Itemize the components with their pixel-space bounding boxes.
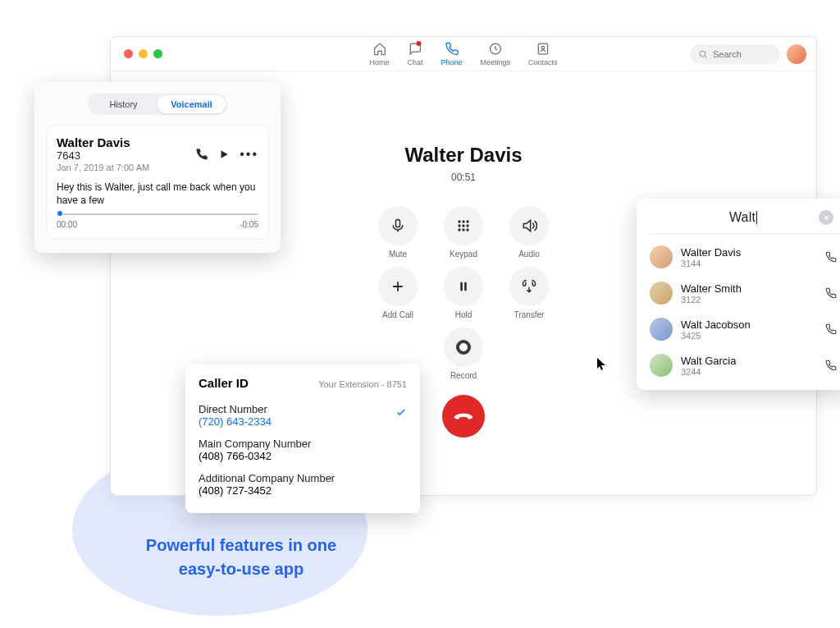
vm-more-button[interactable]: •••	[240, 147, 258, 162]
transfer-button[interactable]	[509, 267, 549, 306]
cid-number: (720) 643-2334	[199, 415, 272, 428]
contacts-icon	[536, 42, 550, 57]
caller-id-popover: Caller ID Your Extension - 8751 Direct N…	[185, 364, 420, 513]
text-cursor	[756, 211, 757, 224]
tab-home-label: Home	[369, 58, 389, 66]
minimize-window-button[interactable]	[139, 49, 148, 58]
contact-search-text: Walt	[729, 210, 756, 225]
cid-number: (408) 727-3452	[199, 484, 272, 497]
svg-point-6	[462, 220, 464, 222]
avatar	[650, 354, 673, 377]
add-call-button[interactable]	[378, 267, 418, 306]
vm-scrubber-thumb[interactable]	[57, 210, 63, 217]
svg-point-10	[466, 224, 468, 227]
cid-item-additional[interactable]: Additional Company Number (408) 727-3452	[199, 467, 407, 502]
record-label: Record	[450, 371, 477, 380]
marketing-line2: easy-to-use app	[179, 560, 304, 578]
contact-row[interactable]: Walt Jacobson 3425	[648, 311, 838, 347]
contact-row[interactable]: Walter Smith 3122	[648, 275, 838, 311]
contact-row[interactable]: Walter Davis 3144	[648, 239, 838, 275]
vm-extension: 7643	[57, 149, 149, 162]
mute-button[interactable]	[378, 206, 418, 245]
avatar	[650, 318, 673, 341]
cid-label: Direct Number	[199, 403, 407, 415]
contact-name: Walter Davis	[681, 246, 741, 259]
close-window-button[interactable]	[124, 49, 133, 58]
marketing-text: Powerful features in one easy-to-use app	[125, 534, 358, 581]
keypad-label: Keypad	[450, 250, 477, 259]
tab-meetings-label: Meetings	[481, 58, 511, 66]
contact-name: Walter Smith	[681, 282, 742, 295]
svg-point-3	[700, 51, 705, 57]
add-call-label: Add Call	[382, 310, 413, 319]
vm-transcript: Hey this is Walter, just call me back wh…	[57, 181, 258, 207]
svg-point-9	[462, 224, 464, 227]
contact-search-row[interactable]: Walt	[648, 210, 838, 234]
tab-contacts[interactable]: Contacts	[528, 42, 558, 66]
chat-badge	[416, 41, 421, 46]
hold-button[interactable]	[444, 267, 483, 306]
hangup-button[interactable]	[442, 395, 485, 438]
cid-item-main[interactable]: Main Company Number (408) 766-0342	[199, 433, 407, 467]
svg-point-8	[458, 224, 460, 227]
avatar	[650, 245, 673, 268]
marketing-line1: Powerful features in one	[146, 536, 336, 554]
contact-row[interactable]: Walt Garcia 3244	[648, 347, 838, 383]
call-controls: Mute Keypad Audio Add Call	[369, 206, 558, 319]
titlebar: Home Chat Phone Meetings	[111, 37, 816, 71]
svg-point-7	[466, 220, 468, 222]
clock-icon	[488, 42, 503, 57]
cid-item-direct[interactable]: Direct Number (720) 643-2334	[199, 398, 407, 433]
tab-phone-label: Phone	[441, 58, 462, 66]
traffic-lights	[124, 49, 162, 58]
call-contact-button[interactable]	[825, 323, 837, 335]
contact-name: Walt Garcia	[681, 355, 736, 367]
vm-time-remaining: -0:05	[240, 220, 258, 229]
seg-voicemail[interactable]: Voicemail	[158, 95, 226, 113]
tab-meetings[interactable]: Meetings	[481, 42, 511, 66]
cid-label: Main Company Number	[199, 438, 407, 450]
main-tabs: Home Chat Phone Meetings	[369, 42, 557, 66]
caller-name: Walter Davis	[404, 144, 522, 167]
voicemail-popover: History Voicemail Walter Davis 7643 Jan …	[34, 82, 281, 253]
svg-point-2	[541, 46, 545, 49]
audio-button[interactable]	[509, 206, 549, 245]
search-input[interactable]	[713, 49, 770, 59]
call-contact-button[interactable]	[825, 360, 837, 371]
svg-point-12	[462, 228, 464, 231]
home-icon	[372, 42, 386, 57]
zoom-window-button[interactable]	[153, 49, 162, 58]
cid-label: Additional Company Number	[199, 472, 407, 484]
tab-chat[interactable]: Chat	[407, 42, 422, 66]
vm-call-button[interactable]	[195, 148, 208, 161]
contact-lookup-popover: Walt Walter Davis 3144 Walter Smith 3122	[637, 199, 840, 390]
svg-rect-4	[396, 220, 400, 227]
keypad-button[interactable]	[444, 206, 483, 245]
vm-timeline[interactable]: 00:00 -0:05	[57, 213, 258, 229]
vm-date: Jan 7, 2019 at 7:00 AM	[57, 163, 149, 172]
hold-label: Hold	[455, 310, 472, 319]
clear-search-button[interactable]	[819, 210, 833, 225]
contact-ext: 3144	[681, 259, 741, 268]
profile-avatar[interactable]	[787, 44, 806, 64]
tab-home[interactable]: Home	[369, 42, 389, 66]
cid-title: Caller ID	[199, 376, 249, 390]
phone-icon	[444, 42, 459, 57]
avatar	[650, 282, 673, 305]
voicemail-segment-control: History Voicemail	[88, 94, 227, 115]
call-timer: 00:51	[451, 172, 476, 183]
call-contact-button[interactable]	[825, 287, 837, 299]
seg-history[interactable]: History	[89, 95, 158, 113]
check-icon	[395, 406, 407, 418]
tab-chat-label: Chat	[407, 58, 422, 66]
record-button[interactable]	[444, 328, 483, 367]
vm-name: Walter Davis	[57, 135, 149, 149]
search-box[interactable]	[690, 44, 780, 64]
svg-point-11	[458, 228, 460, 231]
call-contact-button[interactable]	[825, 251, 837, 263]
contact-list: Walter Davis 3144 Walter Smith 3122 Walt…	[648, 239, 838, 383]
tab-phone[interactable]: Phone	[441, 42, 462, 66]
mouse-cursor-icon	[597, 358, 607, 371]
cid-your-ext: Your Extension - 8751	[318, 379, 407, 389]
vm-play-button[interactable]	[218, 149, 230, 160]
